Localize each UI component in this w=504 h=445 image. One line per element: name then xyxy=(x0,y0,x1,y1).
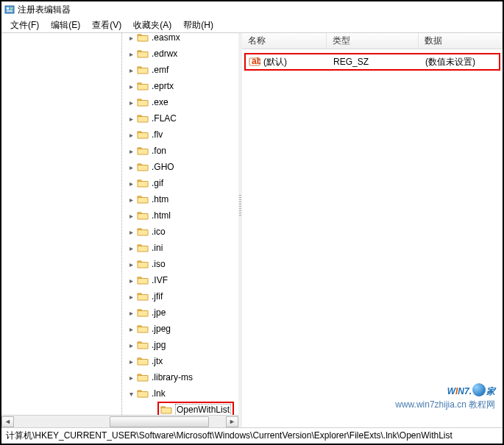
tree-expander-icon[interactable]: ▸ xyxy=(127,163,135,171)
window-title: 注册表编辑器 xyxy=(18,4,71,16)
tree-item-label: .iso xyxy=(152,259,166,269)
tree-item[interactable]: ▸.eprtx xyxy=(1,78,238,94)
tree-item[interactable]: ▸.jtx xyxy=(1,353,238,369)
tree-item[interactable]: ▸.GHO xyxy=(1,159,238,175)
scroll-thumb[interactable] xyxy=(110,416,209,427)
scroll-left-button[interactable]: ◄ xyxy=(1,416,14,427)
status-path: 计算机\HKEY_CURRENT_USER\Software\Microsoft… xyxy=(6,430,452,442)
tree-item[interactable]: ▸.html xyxy=(1,207,238,224)
tree-expander-icon[interactable]: ▸ xyxy=(127,114,135,123)
folder-icon xyxy=(137,372,149,382)
folder-icon xyxy=(137,129,149,140)
folder-icon xyxy=(137,81,149,91)
tree-pane: ▸.easmx▸.edrwx▸.emf▸.eprtx▸.exe▸.FLAC▸.f… xyxy=(1,33,238,427)
menu-help[interactable]: 帮助(H) xyxy=(177,18,219,33)
tree-item[interactable]: ▾.lnk xyxy=(1,385,238,402)
tree-expander-icon[interactable]: ▸ xyxy=(127,195,135,204)
tree-item[interactable]: ▸.gif xyxy=(1,175,238,191)
titlebar: 注册表编辑器 xyxy=(1,1,503,18)
tree-item[interactable]: ▸.jpe xyxy=(1,305,238,321)
tree-expander-icon[interactable]: ▸ xyxy=(127,146,135,155)
svg-rect-0 xyxy=(5,6,14,13)
tree-item-label: .jpe xyxy=(152,307,166,318)
tree-expander-icon[interactable]: ▸ xyxy=(127,292,135,301)
tree-expander-icon[interactable]: ▸ xyxy=(127,308,135,317)
tree-item-label: .library-ms xyxy=(152,372,193,382)
tree-item[interactable]: ▸.easmx xyxy=(1,33,238,46)
svg-rect-3 xyxy=(7,10,13,12)
tree-expander-icon[interactable]: ▸ xyxy=(127,341,135,349)
folder-icon xyxy=(137,259,149,269)
scroll-right-button[interactable]: ► xyxy=(226,416,238,427)
tree-item-label: .edrwx xyxy=(152,49,177,59)
tree-expander-icon[interactable]: ▸ xyxy=(127,373,135,382)
svg-rect-2 xyxy=(10,7,13,10)
tree-item[interactable]: ▸.ico xyxy=(1,224,238,240)
regedit-icon xyxy=(4,4,15,15)
tree-expander-none xyxy=(147,405,156,414)
value-type: REG_SZ xyxy=(333,57,425,67)
folder-icon xyxy=(137,194,149,204)
tree-item[interactable]: ▸.FLAC xyxy=(1,110,238,127)
tree-item-label: .eprtx xyxy=(152,81,174,91)
list-row[interactable]: ab (默认) REG_SZ (数值未设置) xyxy=(244,53,500,71)
menu-favorites[interactable]: 收藏夹(A) xyxy=(127,18,177,33)
tree-expander-icon[interactable]: ▸ xyxy=(127,82,135,90)
folder-icon xyxy=(137,356,149,366)
registry-editor-window: 注册表编辑器 文件(F) 编辑(E) 查看(V) 收藏夹(A) 帮助(H) ▸.… xyxy=(0,0,504,445)
folder-icon xyxy=(137,275,149,285)
tree-expander-icon[interactable]: ▸ xyxy=(127,179,135,188)
tree-item-label: .gif xyxy=(152,178,163,188)
tree-expander-icon[interactable]: ▸ xyxy=(127,227,135,236)
tree-item-label: .ico xyxy=(152,227,166,237)
tree-expander-icon[interactable]: ▸ xyxy=(127,357,135,366)
folder-icon xyxy=(137,113,149,124)
tree-item[interactable]: ▸.fon xyxy=(1,143,238,159)
menu-file[interactable]: 文件(F) xyxy=(4,18,45,33)
watermark-logo: WIN7.家 xyxy=(395,380,495,399)
tree-expander-icon[interactable]: ▸ xyxy=(127,98,135,107)
tree-item[interactable]: ▸.iso xyxy=(1,256,238,272)
tree-item[interactable]: ▸.jpeg xyxy=(1,321,238,337)
tree-item-highlight: OpenWithList xyxy=(157,402,234,415)
tree-expander-icon[interactable]: ▸ xyxy=(127,260,135,268)
tree-item-label: .GHO xyxy=(152,162,174,172)
column-header-name[interactable]: 名称 xyxy=(242,33,327,49)
tree-expander-icon[interactable]: ▸ xyxy=(127,49,135,58)
tree-item[interactable]: ▸.flv xyxy=(1,127,238,143)
tree-item-label: .jpg xyxy=(152,340,166,350)
tree-item-label: .jfif xyxy=(152,291,163,302)
folder-icon xyxy=(137,162,149,172)
tree-item[interactable]: ▸.jfif xyxy=(1,288,238,305)
menu-edit[interactable]: 编辑(E) xyxy=(45,18,86,33)
tree-item[interactable]: OpenWithList xyxy=(1,402,238,415)
tree-item[interactable]: ▸.ini xyxy=(1,240,238,256)
tree-expander-icon[interactable]: ▸ xyxy=(127,65,135,74)
tree-item-label: .htm xyxy=(152,194,168,204)
tree-expander-icon[interactable]: ▾ xyxy=(127,389,135,398)
menu-view[interactable]: 查看(V) xyxy=(86,18,127,33)
tree-item[interactable]: ▸.edrwx xyxy=(1,46,238,62)
tree-expander-icon[interactable]: ▸ xyxy=(127,276,135,285)
splitter-grip[interactable] xyxy=(239,195,241,217)
tree-scroll[interactable]: ▸.easmx▸.edrwx▸.emf▸.eprtx▸.exe▸.FLAC▸.f… xyxy=(1,33,238,415)
value-data: (数值未设置) xyxy=(425,56,496,68)
tree-expander-icon[interactable]: ▸ xyxy=(127,324,135,333)
folder-icon xyxy=(137,324,149,334)
tree-item[interactable]: ▸.IVF xyxy=(1,272,238,288)
scroll-track[interactable] xyxy=(14,416,226,427)
tree-item[interactable]: ▸.jpg xyxy=(1,337,238,353)
tree-item[interactable]: ▸.library-ms xyxy=(1,369,238,385)
tree-hscrollbar[interactable]: ◄ ► xyxy=(1,415,238,427)
tree-item-label: .exe xyxy=(152,97,168,107)
tree-expander-icon[interactable]: ▸ xyxy=(127,33,135,42)
column-header-type[interactable]: 类型 xyxy=(327,33,419,49)
tree-item[interactable]: ▸.htm xyxy=(1,191,238,207)
tree-expander-icon[interactable]: ▸ xyxy=(127,243,135,252)
tree-item[interactable]: ▸.exe xyxy=(1,94,238,110)
tree-expander-icon[interactable]: ▸ xyxy=(127,130,135,139)
column-header-data[interactable]: 数据 xyxy=(419,33,503,49)
list-body[interactable]: ab (默认) REG_SZ (数值未设置) WIN7.家 www.win7zh… xyxy=(242,49,503,427)
tree-expander-icon[interactable]: ▸ xyxy=(127,211,135,220)
tree-item[interactable]: ▸.emf xyxy=(1,62,238,78)
